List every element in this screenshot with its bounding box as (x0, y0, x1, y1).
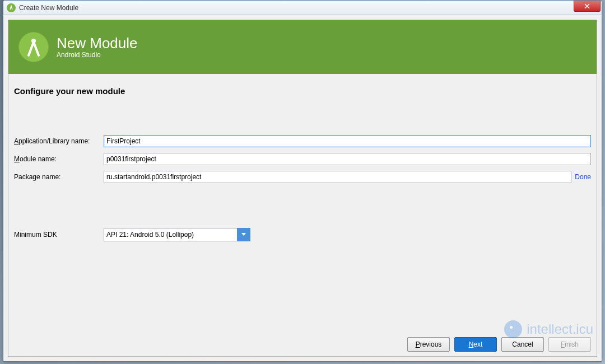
watermark-text: intellect.icu (527, 321, 593, 337)
watermark-icon (504, 320, 522, 338)
app-name-label: Application/Library name: (14, 137, 104, 145)
svg-point-1 (11, 5, 12, 6)
min-sdk-value: API 21: Android 5.0 (Lollipop) (104, 228, 237, 241)
finish-button: Finish (548, 337, 591, 352)
min-sdk-row: Minimum SDK API 21: Android 5.0 (Lollipo… (14, 228, 591, 241)
package-name-label: Package name: (14, 173, 104, 181)
svg-point-3 (19, 32, 48, 62)
package-name-input[interactable] (104, 171, 571, 183)
cancel-button[interactable]: Cancel (501, 337, 544, 352)
module-name-input[interactable] (104, 153, 591, 165)
wizard-footer: Previous Next Cancel Finish (407, 337, 591, 352)
wizard-content: Configure your new module Application/Li… (8, 74, 597, 356)
wizard-panel: New Module Android Studio Configure your… (8, 20, 597, 357)
android-studio-icon (7, 3, 16, 12)
svg-point-0 (7, 3, 16, 12)
watermark: intellect.icu (504, 320, 593, 338)
svg-point-4 (31, 39, 36, 43)
android-studio-logo-icon (18, 32, 49, 62)
package-done-link[interactable]: Done (575, 173, 591, 181)
min-sdk-dropdown[interactable]: API 21: Android 5.0 (Lollipop) (104, 228, 250, 241)
previous-button[interactable]: Previous (407, 337, 450, 352)
next-button[interactable]: Next (454, 337, 497, 352)
chevron-down-icon (237, 228, 250, 241)
wizard-header: New Module Android Studio (8, 20, 597, 74)
dialog-window: Create New Module New Module Android Stu… (3, 0, 602, 362)
min-sdk-label: Minimum SDK (14, 231, 104, 239)
close-button[interactable] (574, 1, 601, 12)
titlebar[interactable]: Create New Module (3, 1, 602, 15)
section-title: Configure your new module (14, 86, 591, 96)
module-name-row: Module name: (14, 153, 591, 165)
app-name-input[interactable] (104, 135, 591, 147)
wizard-title: New Module (57, 35, 138, 52)
package-name-row: Package name: Done (14, 171, 591, 183)
window-title: Create New Module (19, 4, 78, 12)
app-name-row: Application/Library name: (14, 135, 591, 147)
module-name-label: Module name: (14, 155, 104, 163)
wizard-subtitle: Android Studio (57, 51, 138, 59)
